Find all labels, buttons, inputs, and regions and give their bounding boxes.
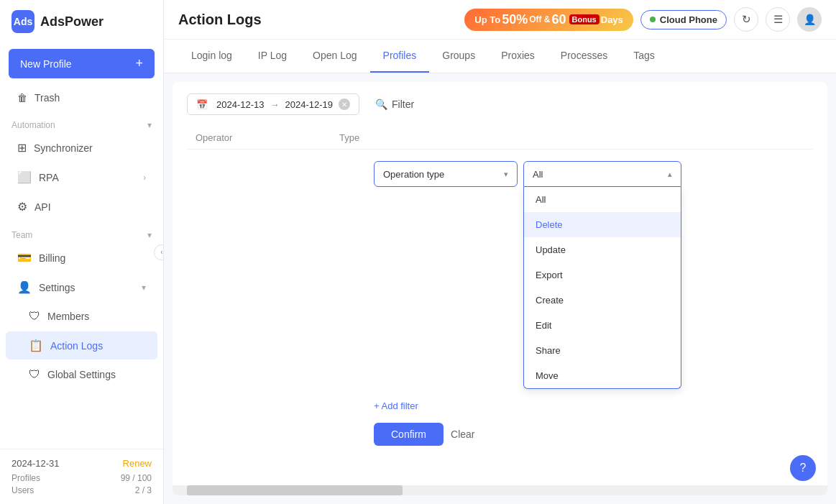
users-stat: Users 2 / 3 [12, 485, 152, 495]
sidebar-item-label: Synchronizer [34, 142, 146, 154]
avatar-button[interactable]: 👤 [797, 7, 822, 32]
renew-row: 2024-12-31 Renew [12, 458, 152, 469]
tab-tags[interactable]: Tags [620, 40, 668, 73]
sidebar-item-action-logs[interactable]: 📋 Action Logs [6, 331, 157, 359]
tab-ip-log[interactable]: IP Log [245, 40, 300, 73]
sidebar-item-label: Billing [39, 252, 146, 264]
tab-proxies[interactable]: Proxies [488, 40, 548, 73]
sidebar-item-global-settings[interactable]: 🛡 Global Settings [6, 361, 157, 388]
search-icon: 🔍 [375, 98, 387, 110]
plus-icon: + [135, 56, 143, 71]
promo-50: 50% [502, 12, 528, 27]
option-delete[interactable]: Delete [524, 212, 681, 237]
global-settings-icon: 🛡 [29, 368, 40, 381]
promo-days: Days [601, 14, 623, 25]
filter-button[interactable]: 🔍 Filter [367, 94, 423, 114]
promo-banner[interactable]: Up To 50% Off & 60 Bonus Days [464, 9, 633, 31]
sidebar-item-synchronizer[interactable]: ⊞ Synchronizer [6, 134, 157, 162]
option-update[interactable]: Update [524, 237, 681, 262]
tab-profiles[interactable]: Profiles [370, 40, 430, 73]
automation-label: Automation [12, 120, 55, 130]
scrollbar-thumb[interactable] [187, 485, 403, 495]
profiles-stat: Profiles 99 / 100 [12, 473, 152, 483]
option-export[interactable]: Export [524, 262, 681, 288]
filter-overlay: Operation type ▾ All ▴ All Delete [374, 161, 681, 446]
sidebar-item-label: RPA [39, 172, 143, 183]
top-bar: Action Logs Up To 50% Off & 60 Bonus Day… [164, 0, 836, 40]
trash-icon: 🗑 [17, 92, 27, 104]
sidebar-item-api[interactable]: ⚙ API [6, 193, 157, 221]
tab-open-log[interactable]: Open Log [300, 40, 370, 73]
refresh-button[interactable]: ↻ [734, 7, 758, 32]
sidebar-item-label: Global Settings [47, 369, 146, 380]
all-dropdown-trigger[interactable]: All ▴ [523, 161, 681, 187]
menu-button[interactable]: ☰ [766, 7, 790, 32]
all-chevron-up-icon: ▴ [668, 170, 672, 179]
option-edit[interactable]: Edit [524, 313, 681, 338]
clear-button[interactable]: Clear [451, 429, 474, 440]
date-range-picker[interactable]: 📅 2024-12-13 → 2024-12-19 ✕ [187, 93, 359, 115]
option-share[interactable]: Share [524, 338, 681, 363]
operation-type-chevron-icon: ▾ [504, 170, 508, 179]
cloud-phone-button[interactable]: Cloud Phone [640, 10, 727, 29]
refresh-icon: ↻ [742, 13, 751, 26]
date-start: 2024-12-13 [216, 99, 265, 110]
add-filter-label: + Add filter [374, 400, 418, 411]
new-profile-button[interactable]: New Profile + [9, 49, 155, 78]
add-filter-button[interactable]: + Add filter [374, 395, 681, 417]
sidebar: Ads AdsPower New Profile + 🗑 Trash Autom… [0, 0, 164, 504]
tab-processes[interactable]: Processes [548, 40, 620, 73]
sidebar-item-trash[interactable]: 🗑 Trash [6, 85, 157, 111]
calendar-icon: 📅 [196, 99, 208, 110]
column-operator: Operator [187, 132, 331, 143]
table-header: Operator Type [187, 127, 813, 150]
menu-icon: ☰ [773, 13, 783, 26]
team-arrow-icon[interactable]: ▾ [147, 230, 152, 240]
sidebar-item-members[interactable]: 🛡 Members [6, 303, 157, 330]
content-area: 📅 2024-12-13 → 2024-12-19 ✕ 🔍 Filter Ope… [173, 82, 827, 495]
avatar-icon: 👤 [804, 14, 816, 25]
sidebar-item-settings[interactable]: 👤 Settings ▾ [6, 273, 157, 301]
option-create[interactable]: Create [524, 288, 681, 313]
renew-link[interactable]: Renew [123, 458, 152, 469]
date-clear-button[interactable]: ✕ [339, 98, 350, 110]
sidebar-item-billing[interactable]: 💳 Billing [6, 244, 157, 272]
main-content: Action Logs Up To 50% Off & 60 Bonus Day… [164, 0, 836, 504]
all-dropdown-menu: All Delete Update Export Create [523, 187, 681, 389]
automation-section: Automation ▾ [0, 111, 163, 133]
sidebar-item-label: Action Logs [50, 340, 146, 352]
rpa-icon: ⬜ [17, 170, 32, 184]
cloud-phone-label: Cloud Phone [660, 14, 717, 25]
logo-text: AdsPower [40, 14, 104, 29]
team-label: Team [12, 230, 32, 240]
api-icon: ⚙ [17, 200, 27, 214]
billing-icon: 💳 [17, 251, 32, 265]
logo-letters: Ads [14, 16, 32, 27]
add-filter-row: + Add filter [374, 395, 681, 417]
automation-arrow-icon[interactable]: ▾ [147, 120, 152, 130]
profiles-value: 99 / 100 [121, 473, 152, 483]
tab-groups[interactable]: Groups [429, 40, 488, 73]
operation-type-label: Operation type [383, 169, 444, 180]
promo-bonus: Bonus [569, 14, 600, 24]
help-button[interactable]: ? [790, 455, 816, 481]
confirm-clear-row: Confirm Clear [374, 423, 681, 446]
trash-label: Trash [35, 92, 60, 104]
option-move[interactable]: Move [524, 363, 681, 388]
cloud-phone-status-dot [650, 17, 656, 22]
promo-up-to: Up To [474, 14, 500, 25]
top-bar-right: Up To 50% Off & 60 Bonus Days Cloud Phon… [464, 7, 822, 32]
tab-login-log[interactable]: Login log [178, 40, 245, 73]
filter-controls-row: Operation type ▾ All ▴ All Delete [374, 161, 681, 389]
sidebar-item-label: API [35, 201, 146, 213]
horizontal-scrollbar[interactable] [173, 485, 827, 495]
profiles-label: Profiles [12, 473, 40, 483]
operation-type-dropdown[interactable]: Operation type ▾ [374, 161, 518, 187]
new-profile-label: New Profile [20, 58, 72, 70]
sidebar-item-rpa[interactable]: ⬜ RPA › [6, 163, 157, 191]
help-icon: ? [800, 462, 807, 475]
sidebar-bottom: 2024-12-31 Renew Profiles 99 / 100 Users… [0, 449, 163, 504]
settings-arrow-icon: ▾ [142, 283, 146, 293]
confirm-button[interactable]: Confirm [374, 423, 444, 446]
option-all[interactable]: All [524, 187, 681, 212]
